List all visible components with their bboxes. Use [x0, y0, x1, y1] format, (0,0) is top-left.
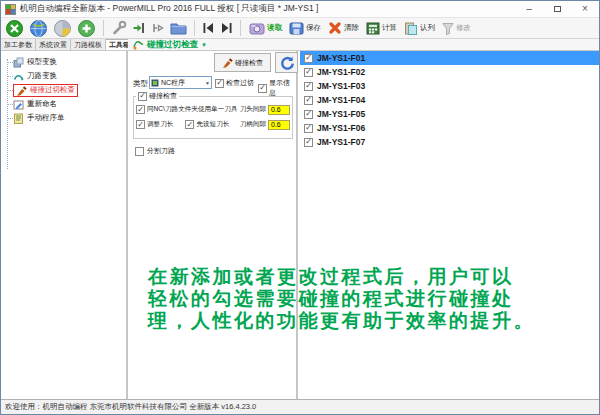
sidebar-item-collision-check[interactable]: 碰撞过切检查: [1, 83, 126, 97]
collision-check-button-label: 碰撞检查: [235, 58, 263, 68]
sphere-close-button[interactable]: [4, 18, 25, 39]
sidebar-item-rename[interactable]: 重新命名: [1, 97, 126, 111]
program-checkbox[interactable]: [304, 124, 313, 133]
funnel-icon: [442, 22, 454, 35]
modify-button[interactable]: 修改: [440, 21, 473, 36]
program-list-item[interactable]: JM-YS1-F05: [300, 107, 599, 121]
program-label: JM-YS1-F01: [317, 53, 365, 63]
split-toolpath-checkbox[interactable]: [135, 147, 144, 156]
program-list-item[interactable]: JM-YS1-F02: [300, 65, 599, 79]
import-button[interactable]: [131, 20, 147, 36]
skip-start-button[interactable]: [201, 21, 216, 35]
program-label: JM-YS1-F02: [317, 67, 365, 77]
program-checkbox[interactable]: [304, 110, 313, 119]
rename-icon: [13, 99, 24, 110]
program-checkbox[interactable]: [304, 138, 313, 147]
recognize-button[interactable]: 认列: [402, 20, 437, 36]
add-button[interactable]: [76, 18, 97, 39]
clamp-button[interactable]: [150, 20, 166, 36]
toolbar-separator: [103, 20, 104, 36]
type-label: 类型: [133, 79, 148, 89]
globe-icon: [29, 19, 48, 38]
function-tree: 模型变换 刀路变换 碰撞过切检查 重新命名: [1, 51, 126, 125]
single-tool-label: 同NC\刀路文件夹使用单一刀具: [147, 105, 237, 114]
calculate-button[interactable]: 计算: [364, 21, 399, 36]
adjust-length-checkbox[interactable]: [136, 120, 145, 129]
program-label: JM-YS1-F04: [317, 95, 365, 105]
close-icon: ×: [582, 4, 588, 14]
model-sphere-button[interactable]: [52, 18, 73, 39]
program-checkbox[interactable]: [304, 54, 313, 63]
tab-system-settings[interactable]: 系统设置: [36, 39, 71, 50]
program-list-item[interactable]: JM-YS1-F03: [300, 79, 599, 93]
short-tool-checkbox[interactable]: [185, 120, 194, 129]
collision-group-checkbox[interactable]: [138, 92, 147, 101]
collision-check-group: 碰撞检查 同NC\刀路文件夹使用单一刀具 刀头间隙 0.6 调整刀长 先设短刀长: [133, 91, 293, 139]
app-logo-icon: [5, 4, 16, 15]
model-sphere-icon: [53, 19, 72, 38]
sidebar-item-manual-sheet[interactable]: 手动程序单: [1, 111, 126, 125]
program-checkbox[interactable]: [304, 68, 313, 77]
type-dropdown[interactable]: NC程序 ▼: [149, 76, 212, 89]
adjust-length-label: 调整刀长: [147, 120, 173, 129]
tab-machining-params[interactable]: 加工参数: [1, 39, 36, 50]
refresh-button[interactable]: [275, 52, 298, 73]
left-tabs: 加工参数 系统设置 刀路模板 工具箱: [1, 39, 128, 50]
head-clearance-label: 刀头间隙: [240, 105, 266, 114]
check-gouge-checkbox[interactable]: [215, 79, 224, 88]
head-clearance-input[interactable]: 0.6: [268, 105, 290, 115]
read-button[interactable]: 读取: [247, 21, 284, 36]
shank-clearance-input[interactable]: 0.6: [268, 120, 290, 130]
chevron-down-icon[interactable]: ▼: [201, 42, 207, 48]
window-title: 机明自动编程全新版本 - PowerMILL Pro 2016 FULL 授权 …: [20, 3, 318, 15]
save-label: 保存: [306, 23, 321, 33]
program-list-item[interactable]: JM-YS1-F07: [300, 135, 599, 149]
sidebar-item-label: 模型变换: [27, 57, 57, 67]
main-area: 模型变换 刀路变换 碰撞过切检查 重新命名: [1, 51, 599, 400]
tree-dash: [7, 118, 13, 119]
collision-check-button[interactable]: 碰撞检查: [214, 53, 271, 72]
read-icon: [249, 22, 265, 35]
program-sheet-icon: [13, 113, 24, 124]
split-toolpath-option[interactable]: 分割刀路: [135, 146, 175, 156]
folder-button[interactable]: [169, 20, 188, 36]
close-button[interactable]: ×: [571, 1, 599, 17]
collision-check-icon: [222, 57, 233, 68]
modify-label: 修改: [456, 23, 471, 33]
minimize-icon: –: [526, 4, 532, 14]
skip-end-button[interactable]: [219, 21, 234, 35]
clear-button[interactable]: 清除: [326, 20, 361, 36]
window-controls: – ×: [515, 1, 599, 17]
program-label: JM-YS1-F03: [317, 81, 365, 91]
collision-check-highlight: 碰撞过切检查: [13, 84, 78, 97]
program-list-item[interactable]: JM-YS1-F06: [300, 121, 599, 135]
shank-clearance-group: 刀柄间隙 0.6: [240, 120, 290, 130]
minimize-button[interactable]: –: [515, 1, 543, 17]
collision-group-label: 碰撞检查: [149, 91, 177, 101]
maximize-button[interactable]: [543, 1, 571, 17]
tools-button[interactable]: [110, 19, 128, 37]
program-list-item[interactable]: JM-YS1-F04: [300, 93, 599, 107]
tree-dash: [7, 90, 13, 91]
annotation-line-1: 在新添加或者更改过程式后，用户可以: [148, 266, 578, 288]
sidebar-item-model-transform[interactable]: 模型变换: [1, 55, 126, 69]
refresh-icon: [279, 55, 295, 71]
type-dropdown-value: NC程序: [161, 78, 185, 88]
globe-button[interactable]: [28, 18, 49, 39]
dropdown-arrow-icon: ▼: [205, 80, 210, 86]
program-list-item[interactable]: JM-YS1-F01: [300, 51, 599, 65]
sidebar-item-toolpath-transform[interactable]: 刀路变换: [1, 69, 126, 83]
maximize-icon: [554, 6, 561, 12]
sidebar-item-label: 重新命名: [27, 99, 57, 109]
tab-toolpath-template[interactable]: 刀路模板: [71, 39, 106, 50]
check-gouge-option[interactable]: 检查过切: [215, 78, 254, 88]
title-bar: 机明自动编程全新版本 - PowerMILL Pro 2016 FULL 授权 …: [1, 1, 599, 17]
app-window: 机明自动编程全新版本 - PowerMILL Pro 2016 FULL 授权 …: [0, 0, 600, 415]
save-button[interactable]: 保存: [287, 21, 323, 36]
view-header[interactable]: 碰撞过切检查 ▼: [128, 39, 599, 50]
program-checkbox[interactable]: [304, 96, 313, 105]
program-label: JM-YS1-F07: [317, 137, 365, 147]
program-checkbox[interactable]: [304, 82, 313, 91]
plus-circle-icon: [77, 19, 96, 38]
single-tool-checkbox[interactable]: [136, 105, 145, 114]
